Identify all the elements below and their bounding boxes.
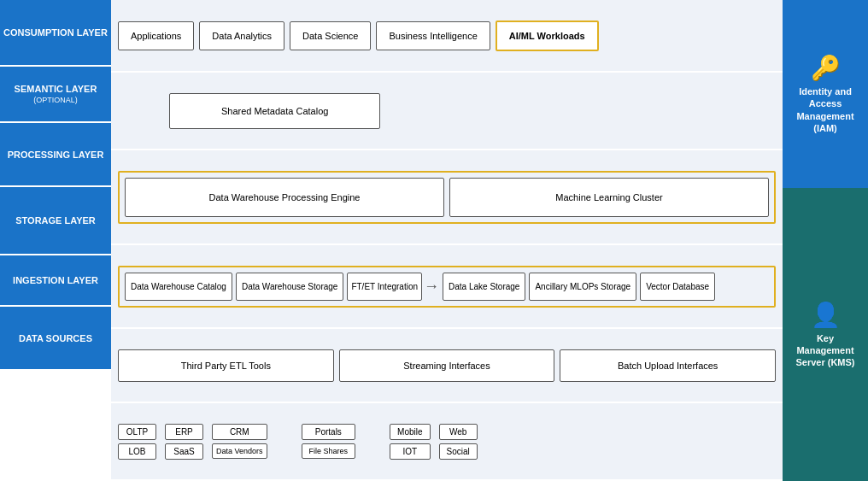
consumption-items: Applications Data Analytics Data Science… (118, 21, 776, 51)
left-labels: CONSUMPTION LAYER SEMANTIC LAYER (OPTION… (0, 0, 111, 481)
processing-row: Data Warehouse Processing Engine Machine… (111, 150, 783, 245)
semantic-items: Shared Metadata Catalog (118, 93, 776, 129)
diagram-wrapper: CONSUMPTION LAYER SEMANTIC LAYER (OPTION… (0, 0, 868, 481)
box-dw-storage: Data Warehouse Storage (236, 273, 343, 301)
box-aiml-workloads: AI/ML Workloads (496, 21, 599, 51)
arrow-right-icon: → (424, 278, 439, 296)
label-storage: STORAGE LAYER (0, 187, 111, 255)
datasource-group-4: Portals File Shares (302, 424, 356, 460)
datasource-group-5: Mobile IOT (390, 424, 430, 460)
box-dw-catalog: Data Warehouse Catalog (125, 273, 232, 301)
storage-outer-box: Data Warehouse Catalog Data Warehouse St… (118, 266, 776, 308)
box-lob: LOB (118, 443, 156, 460)
main-content: Applications Data Analytics Data Science… (111, 0, 783, 481)
person-icon: 👤 (811, 301, 841, 329)
box-applications: Applications (118, 21, 194, 50)
datasource-group-3: CRM Data Vendors (212, 424, 267, 460)
box-streaming-interfaces: Streaming Interfaces (339, 349, 555, 382)
box-ftet-integration: FT/ET Integration (347, 273, 422, 301)
datasource-group-6: Web Social (439, 424, 478, 460)
box-ancillary-mlops: Ancillary MLOPs Storage (529, 273, 636, 301)
box-data-analytics: Data Analytics (199, 21, 284, 50)
box-dw-processing-engine: Data Warehouse Processing Engine (125, 178, 444, 217)
processing-outer-box: Data Warehouse Processing Engine Machine… (118, 171, 776, 224)
label-datasources: DATA SOURCES (0, 307, 111, 371)
spacer (276, 424, 293, 460)
kms-label: Key Management Server (KMS) (788, 332, 863, 369)
box-batch-upload-interfaces: Batch Upload Interfaces (560, 349, 776, 382)
label-semantic: SEMANTIC LAYER (OPTIONAL) (0, 67, 111, 123)
iam-panel: 🔑 Identity and Access Management (IAM) (783, 0, 868, 188)
box-web: Web (439, 424, 478, 440)
label-ingestion: INGESTION LAYER (0, 255, 111, 307)
label-processing: PROCESSING LAYER (0, 123, 111, 187)
box-social: Social (439, 443, 478, 460)
semantic-row: Shared Metadata Catalog (111, 73, 783, 150)
datasources-row: OLTP LOB ERP SaaS CRM Data Vendors Porta… (111, 403, 783, 481)
box-saas: SaaS (165, 443, 203, 460)
storage-row: Data Warehouse Catalog Data Warehouse St… (111, 245, 783, 329)
iam-label: Identity and Access Management (IAM) (788, 85, 863, 134)
datasources-items: OLTP LOB ERP SaaS CRM Data Vendors Porta… (118, 424, 776, 460)
box-ml-cluster: Machine Learning Cluster (449, 178, 769, 217)
datasource-group-1: OLTP LOB (118, 424, 156, 460)
box-portals: Portals (302, 424, 356, 440)
label-consumption: CONSUMPTION LAYER (0, 0, 111, 67)
key-icon: 🔑 (811, 54, 841, 82)
box-third-party-etl: Third Party ETL Tools (118, 349, 334, 382)
box-iot: IOT (390, 443, 430, 460)
box-data-science: Data Science (290, 21, 371, 50)
box-mobile: Mobile (390, 424, 430, 440)
right-panels: 🔑 Identity and Access Management (IAM) 👤… (783, 0, 868, 481)
box-shared-metadata: Shared Metadata Catalog (169, 93, 380, 129)
box-data-vendors: Data Vendors (212, 443, 267, 459)
box-crm: CRM (212, 424, 267, 440)
spacer2 (364, 424, 381, 460)
box-oltp: OLTP (118, 424, 156, 440)
kms-panel: 👤 Key Management Server (KMS) (783, 188, 868, 481)
box-vector-database: Vector Database (640, 273, 715, 301)
box-erp: ERP (165, 424, 203, 440)
datasource-group-2: ERP SaaS (165, 424, 203, 460)
box-business-intelligence: Business Intelligence (376, 21, 490, 50)
ingestion-row: Third Party ETL Tools Streaming Interfac… (111, 329, 783, 403)
ingestion-items: Third Party ETL Tools Streaming Interfac… (118, 349, 776, 382)
box-data-lake-storage: Data Lake Storage (443, 273, 525, 301)
box-file-shares: File Shares (302, 443, 356, 459)
ftet-arrow-group: FT/ET Integration → (347, 273, 439, 301)
consumption-row: Applications Data Analytics Data Science… (111, 0, 783, 73)
